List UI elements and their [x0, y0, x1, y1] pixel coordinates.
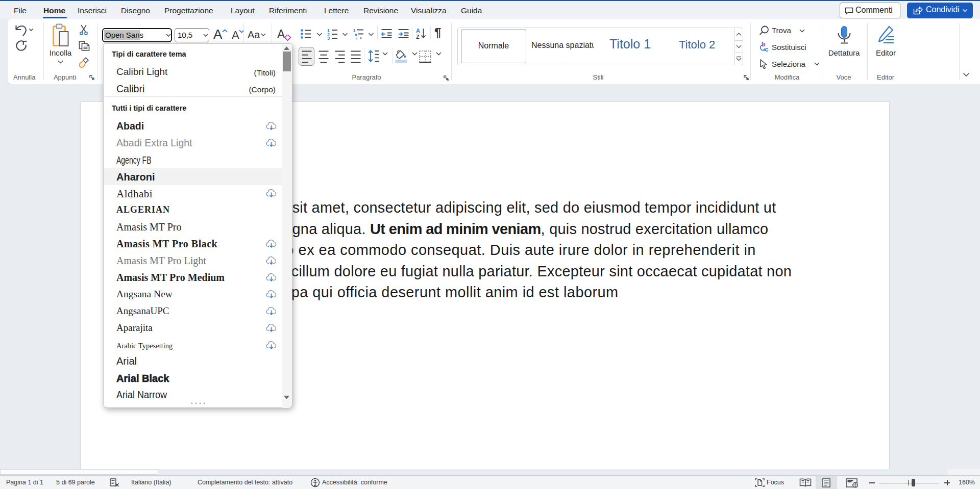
svg-text:c: c [765, 46, 769, 53]
svg-text:i: i [356, 36, 357, 40]
svg-text:3: 3 [327, 36, 330, 40]
svg-text:A: A [416, 28, 420, 34]
svg-text:Z: Z [416, 34, 420, 40]
